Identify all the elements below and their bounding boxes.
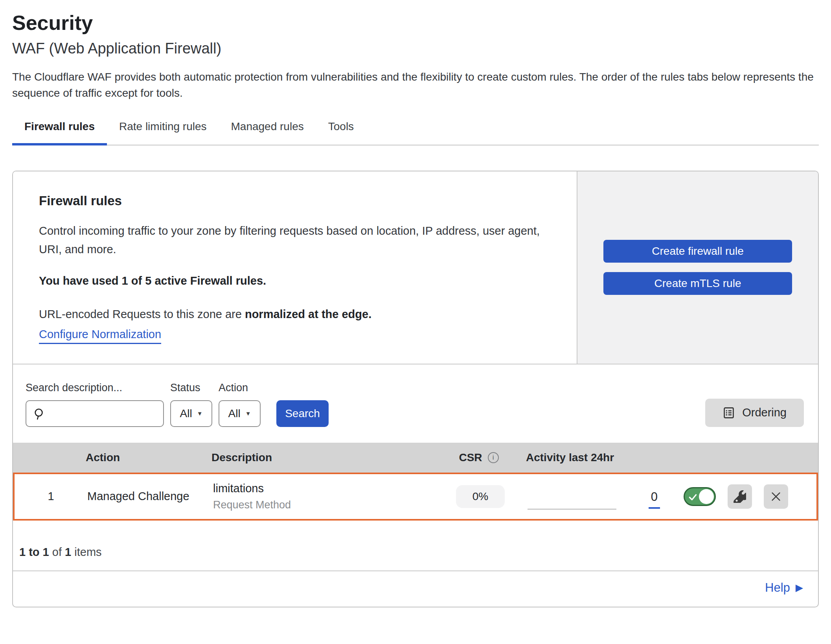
configure-normalization-link[interactable]: Configure Normalization [39,328,161,344]
wrench-icon [734,490,746,503]
action-label: Action [219,382,261,394]
pagination-summary: 1 to 1 of 1 items [13,521,818,570]
status-label: Status [170,382,212,394]
rule-enabled-toggle[interactable] [684,487,716,506]
help-label: Help [765,581,790,595]
table-header: Action Description CSR i Activity last 2… [13,443,818,473]
actions-panel: Create firewall rule Create mTLS rule [577,171,818,364]
arrow-right-icon: ▶ [796,583,803,592]
firewall-rules-info-panel: Firewall rules Control incoming traffic … [13,171,577,364]
search-input[interactable] [26,401,163,426]
check-icon [688,492,698,502]
filter-bar: Search description... Status All ▼ Actio… [13,364,818,443]
action-select[interactable]: All ▼ [219,400,261,427]
list-ordering-icon [723,407,735,419]
help-row: Help ▶ [13,570,818,607]
item-range: 1 to 1 [19,546,49,558]
tab-bar: Firewall rules Rate limiting rules Manag… [12,120,819,145]
toggle-knob [699,489,714,504]
ordering-button[interactable]: Ordering [705,399,804,427]
rule-action: Managed Challenge [87,490,213,503]
chevron-down-icon: ▼ [197,410,203,417]
search-box [26,400,164,427]
page-title: Security [12,11,819,35]
table-row: 1 Managed Challenge limitations Request … [13,473,818,521]
item-total: 1 [65,546,71,558]
tab-firewall-rules[interactable]: Firewall rules [12,120,107,145]
page-description: The Cloudflare WAF provides both automat… [12,69,819,101]
activity-sparkline [528,509,616,510]
page-subtitle: WAF (Web Application Firewall) [12,40,819,57]
panel-description: Control incoming traffic to your zone by… [39,222,550,259]
header-csr-label: CSR [459,451,482,464]
rule-priority: 1 [15,490,87,503]
chevron-down-icon: ▼ [245,410,251,417]
activity-count-link[interactable]: 0 [649,490,660,509]
normalization-bold: normalized at the edge. [245,308,371,320]
search-filter-group: Search description... [26,382,164,427]
create-firewall-rule-button[interactable]: Create firewall rule [603,240,792,263]
info-icon[interactable]: i [488,452,499,463]
csr-badge: 0% [456,485,505,508]
close-icon [770,491,782,502]
rule-description-cell: limitations Request Method [213,482,433,511]
status-select[interactable]: All ▼ [170,400,212,427]
create-mtls-rule-button[interactable]: Create mTLS rule [603,272,792,295]
rule-controls [678,484,816,509]
rule-expression-summary: Request Method [213,499,433,511]
edit-rule-button[interactable] [728,484,752,509]
normalization-prefix: URL-encoded Requests to this zone are [39,308,245,320]
card-top-section: Firewall rules Control incoming traffic … [13,171,818,364]
tab-rate-limiting-rules[interactable]: Rate limiting rules [107,120,219,145]
action-filter-group: Action All ▼ [219,382,261,427]
delete-rule-button[interactable] [764,484,788,509]
security-waf-page: Security WAF (Web Application Firewall) … [0,11,831,607]
ordering-button-label: Ordering [742,406,787,419]
firewall-rules-card: Firewall rules Control incoming traffic … [12,171,819,607]
normalization-note: URL-encoded Requests to this zone are no… [39,308,551,321]
items-text: items [74,546,101,558]
search-button[interactable]: Search [276,400,329,427]
tab-managed-rules[interactable]: Managed rules [219,120,316,145]
header-activity: Activity last 24hr [526,451,680,464]
search-label: Search description... [26,382,164,394]
rule-description: limitations [213,482,433,495]
usage-summary: You have used 1 of 5 active Firewall rul… [39,274,551,287]
help-link[interactable]: Help ▶ [765,581,803,595]
header-action: Action [86,451,211,464]
header-description: Description [211,451,432,464]
tab-tools[interactable]: Tools [316,120,366,145]
rule-activity-cell: 0 [528,484,678,510]
header-csr: CSR i [432,451,526,464]
rule-csr-cell: 0% [433,485,528,508]
status-select-value: All [180,407,192,420]
of-text: of [52,546,62,558]
panel-heading: Firewall rules [39,193,551,208]
action-select-value: All [228,407,241,420]
status-filter-group: Status All ▼ [170,382,212,427]
